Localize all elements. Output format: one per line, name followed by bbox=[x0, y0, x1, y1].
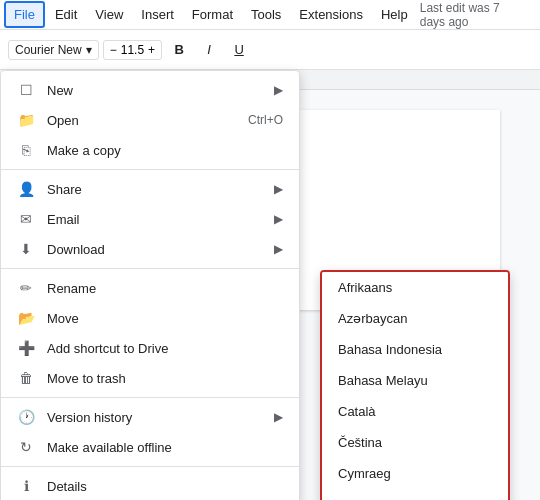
last-edit-label: Last edit was 7 days ago bbox=[420, 1, 536, 29]
move-label: Move bbox=[47, 311, 283, 326]
open-icon: 📁 bbox=[17, 111, 35, 129]
open-shortcut: Ctrl+O bbox=[248, 113, 283, 127]
font-size-minus-icon[interactable]: − bbox=[108, 43, 119, 57]
menu-file[interactable]: File bbox=[4, 1, 45, 28]
font-selector[interactable]: Courier New ▾ bbox=[8, 40, 99, 60]
version-arrow-icon: ▶ bbox=[274, 410, 283, 424]
trash-label: Move to trash bbox=[47, 371, 283, 386]
doc-area: 1 2 3 :/f/s $TEMP$\*| ☐ New ▶ 📁 Open Ctr… bbox=[0, 70, 540, 500]
version-label: Version history bbox=[47, 410, 262, 425]
font-size-value[interactable]: 11.5 bbox=[121, 43, 144, 57]
font-name: Courier New bbox=[15, 43, 82, 57]
details-icon: ℹ bbox=[17, 477, 35, 495]
download-arrow-icon: ▶ bbox=[274, 242, 283, 256]
menu-help[interactable]: Help bbox=[373, 3, 416, 26]
rename-icon: ✏ bbox=[17, 279, 35, 297]
offline-icon: ↻ bbox=[17, 438, 35, 456]
details-label: Details bbox=[47, 479, 283, 494]
lang-dansk[interactable]: Dansk bbox=[322, 489, 508, 500]
copy-label: Make a copy bbox=[47, 143, 283, 158]
divider-2 bbox=[1, 268, 299, 269]
lang-catala[interactable]: Català bbox=[322, 396, 508, 427]
trash-icon: 🗑 bbox=[17, 369, 35, 387]
menu-item-move[interactable]: 📂 Move bbox=[1, 303, 299, 333]
new-arrow-icon: ▶ bbox=[274, 83, 283, 97]
menu-item-details[interactable]: ℹ Details bbox=[1, 471, 299, 500]
new-icon: ☐ bbox=[17, 81, 35, 99]
divider-1 bbox=[1, 169, 299, 170]
version-icon: 🕐 bbox=[17, 408, 35, 426]
download-icon: ⬇ bbox=[17, 240, 35, 258]
menu-item-copy[interactable]: ⎘ Make a copy bbox=[1, 135, 299, 165]
menu-item-rename[interactable]: ✏ Rename bbox=[1, 273, 299, 303]
file-dropdown-menu: ☐ New ▶ 📁 Open Ctrl+O ⎘ Make a copy 👤 Sh… bbox=[0, 70, 300, 500]
underline-button[interactable]: U bbox=[226, 37, 252, 63]
open-label: Open bbox=[47, 113, 236, 128]
menu-item-shortcut[interactable]: ➕ Add shortcut to Drive bbox=[1, 333, 299, 363]
menu-tools[interactable]: Tools bbox=[243, 3, 289, 26]
email-label: Email bbox=[47, 212, 262, 227]
lang-cestina[interactable]: Čeština bbox=[322, 427, 508, 458]
rename-label: Rename bbox=[47, 281, 283, 296]
share-label: Share bbox=[47, 182, 262, 197]
share-arrow-icon: ▶ bbox=[274, 182, 283, 196]
new-label: New bbox=[47, 83, 262, 98]
menu-item-trash[interactable]: 🗑 Move to trash bbox=[1, 363, 299, 393]
menu-view[interactable]: View bbox=[87, 3, 131, 26]
menu-item-email[interactable]: ✉ Email ▶ bbox=[1, 204, 299, 234]
lang-bahasa-indonesia[interactable]: Bahasa Indonesia bbox=[322, 334, 508, 365]
italic-button[interactable]: I bbox=[196, 37, 222, 63]
shortcut-label: Add shortcut to Drive bbox=[47, 341, 283, 356]
toolbar: Courier New ▾ − 11.5 + B I U bbox=[0, 30, 540, 70]
menu-extensions[interactable]: Extensions bbox=[291, 3, 371, 26]
language-submenu: Afrikaans Azərbaycan Bahasa Indonesia Ba… bbox=[320, 270, 510, 500]
menu-item-open[interactable]: 📁 Open Ctrl+O bbox=[1, 105, 299, 135]
menu-edit[interactable]: Edit bbox=[47, 3, 85, 26]
menu-item-new[interactable]: ☐ New ▶ bbox=[1, 75, 299, 105]
download-label: Download bbox=[47, 242, 262, 257]
menu-item-download[interactable]: ⬇ Download ▶ bbox=[1, 234, 299, 264]
font-size-selector[interactable]: − 11.5 + bbox=[103, 40, 162, 60]
menu-bar: File Edit View Insert Format Tools Exten… bbox=[0, 0, 540, 30]
lang-azerbaycan[interactable]: Azərbaycan bbox=[322, 303, 508, 334]
menu-format[interactable]: Format bbox=[184, 3, 241, 26]
font-size-plus-icon[interactable]: + bbox=[146, 43, 157, 57]
divider-3 bbox=[1, 397, 299, 398]
email-arrow-icon: ▶ bbox=[274, 212, 283, 226]
divider-4 bbox=[1, 466, 299, 467]
menu-item-offline[interactable]: ↻ Make available offline bbox=[1, 432, 299, 462]
menu-insert[interactable]: Insert bbox=[133, 3, 182, 26]
lang-bahasa-melayu[interactable]: Bahasa Melayu bbox=[322, 365, 508, 396]
menu-item-share[interactable]: 👤 Share ▶ bbox=[1, 174, 299, 204]
offline-label: Make available offline bbox=[47, 440, 283, 455]
font-dropdown-icon: ▾ bbox=[86, 43, 92, 57]
bold-button[interactable]: B bbox=[166, 37, 192, 63]
copy-icon: ⎘ bbox=[17, 141, 35, 159]
main-content: 1 2 3 :/f/s $TEMP$\*| ☐ New ▶ 📁 Open Ctr… bbox=[20, 70, 540, 500]
lang-cymraeg[interactable]: Cymraeg bbox=[322, 458, 508, 489]
share-icon: 👤 bbox=[17, 180, 35, 198]
move-icon: 📂 bbox=[17, 309, 35, 327]
email-icon: ✉ bbox=[17, 210, 35, 228]
lang-afrikaans[interactable]: Afrikaans bbox=[322, 272, 508, 303]
shortcut-icon: ➕ bbox=[17, 339, 35, 357]
menu-item-version[interactable]: 🕐 Version history ▶ bbox=[1, 402, 299, 432]
